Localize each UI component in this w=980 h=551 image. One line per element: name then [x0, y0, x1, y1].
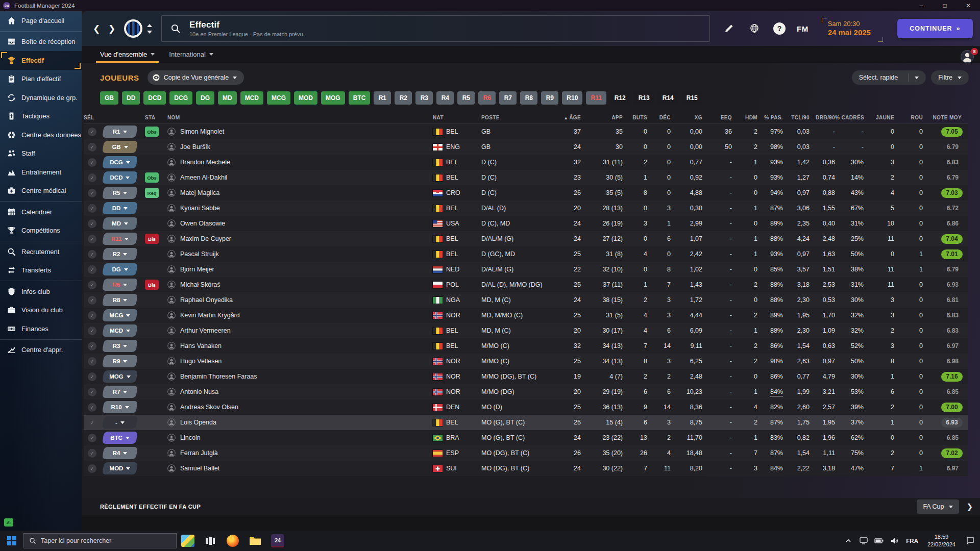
cell-badge[interactable]: R11 [103, 233, 145, 245]
position-chip-r4[interactable]: R4 [436, 91, 454, 105]
squad-number-badge[interactable]: R3 [103, 340, 137, 352]
cell-select[interactable]: ✓ [84, 327, 103, 335]
position-chip-r3[interactable]: R3 [415, 91, 433, 105]
maximize-button[interactable]: □ [933, 0, 957, 11]
sidebar-item-effectif[interactable]: 11Effectif [0, 51, 82, 70]
cell-badge[interactable]: R10 [103, 401, 145, 413]
task-view-icon[interactable] [199, 531, 222, 551]
sidebar-item-calendrier[interactable]: Calendrier [0, 203, 82, 221]
cell-name[interactable]: Hans Vanaken [167, 342, 433, 350]
squad-number-badge[interactable]: MOD [103, 462, 137, 474]
minimize-button[interactable]: – [910, 0, 933, 11]
column-header-nat[interactable]: NAT [433, 115, 481, 120]
cell-select[interactable]: ✓ [84, 311, 103, 320]
close-button[interactable]: ✕ [957, 0, 980, 11]
nav-forward-button[interactable]: ❯ [104, 21, 119, 36]
sidebar-item-dynamique-de-grp[interactable]: Dynamique de grp. [0, 88, 82, 107]
column-header-rou[interactable]: ROU [894, 115, 923, 120]
cell-name[interactable]: Andreas Skov Olsen [167, 403, 433, 411]
cell-select[interactable]: ✓ [84, 250, 103, 259]
cell-select[interactable]: ✓ [84, 265, 103, 274]
cell-select[interactable]: ✓ [84, 296, 103, 305]
fm24-taskbar-icon[interactable]: 24 [266, 531, 289, 551]
club-crest[interactable] [124, 19, 143, 38]
taskbar-clock[interactable]: 18:59 22/02/2024 [922, 533, 961, 548]
select-checkbox[interactable]: ✓ [88, 250, 96, 259]
cell-select[interactable]: ✓ [84, 158, 103, 167]
help-icon[interactable]: ? [773, 22, 786, 35]
cell-select[interactable]: ✓ [84, 449, 103, 458]
cell-badge[interactable]: R4 [103, 447, 145, 459]
competition-dropdown[interactable]: FA Cup [917, 499, 959, 514]
squad-number-badge[interactable]: R10 [103, 401, 137, 413]
cell-badge[interactable]: R3 [103, 340, 145, 352]
nav-back-button[interactable]: ❮ [89, 21, 104, 36]
cell-name[interactable]: Benjamin Thoresen Faraas [167, 372, 433, 381]
cell-badge[interactable]: MCG [103, 309, 145, 321]
cell-name[interactable]: Kevin Martin Krygård [167, 311, 433, 319]
cell-select[interactable]: ✓ [84, 464, 103, 473]
sidebar-item-centre-d-appr[interactable]: Centre d'appr. [0, 341, 82, 360]
cell-name[interactable]: Raphael Onyedika [167, 296, 433, 304]
cell-name[interactable]: Kyriani Sabbe [167, 204, 433, 212]
position-chip-r6[interactable]: R6 [478, 91, 496, 105]
cell-name[interactable]: Pascal Struijk [167, 250, 433, 258]
player-row-pascal-struijk[interactable]: ✓R2Pascal StruijkBELD (GC), MD2531 (8)40… [84, 246, 968, 262]
cell-name[interactable]: Joe Buršík [167, 143, 433, 151]
cell-select[interactable]: ✓ [84, 128, 103, 136]
select-checkbox[interactable]: ✓ [88, 311, 96, 320]
cell-select[interactable]: ✓ [84, 219, 103, 228]
cell-name[interactable]: Maxim De Cuyper [167, 235, 433, 243]
player-row-ameen-al-dakhil[interactable]: ✓DCDObsAmeen Al-DakhilBELD (C)2330 (5)10… [84, 170, 968, 185]
player-row-arthur-vermeeren[interactable]: ✓MCDArthur VermeerenBELMD, M (C)2030 (17… [84, 323, 968, 338]
notification-badge[interactable]: 8 [971, 48, 978, 55]
position-chip-r15[interactable]: R15 [682, 91, 702, 105]
sidebar-item-infos-club[interactable]: Infos club [0, 282, 82, 301]
fm-logo[interactable]: FM [797, 24, 808, 33]
position-chip-r8[interactable]: R8 [520, 91, 537, 105]
position-chip-r1[interactable]: R1 [374, 91, 391, 105]
continue-button[interactable]: CONTINUER» [897, 19, 973, 38]
sidebar-item-vision-du-club[interactable]: Vision du club [0, 301, 82, 320]
select-checkbox[interactable]: ✓ [88, 372, 96, 381]
cell-badge[interactable]: MOD [103, 462, 145, 474]
tray-chevron-up-icon[interactable] [841, 531, 856, 551]
player-row-benjamin-thoresen-faraas[interactable]: ✓MOGBenjamin Thoresen FaraasNORM/MO (DG)… [84, 369, 968, 384]
column-header-jaune[interactable]: JAUNE [864, 115, 894, 120]
sidebar-item-centre-medical[interactable]: Centre médical [0, 182, 82, 201]
position-chip-dcd[interactable]: DCD [143, 91, 166, 105]
player-row-brandon-mechele[interactable]: ✓DCGBrandon MecheleBELD (C)3231 (11)200,… [84, 155, 968, 170]
squad-number-badge[interactable]: MD [103, 217, 137, 230]
cell-name[interactable]: Brandon Mechele [167, 158, 433, 166]
sidebar-item-boite-de-reception[interactable]: Boîte de réception [0, 33, 82, 52]
position-chip-mog[interactable]: MOG [321, 91, 345, 105]
column-header-nom[interactable]: NOM [167, 115, 433, 120]
select-checkbox[interactable]: ✓ [88, 296, 96, 305]
cell-badge[interactable]: R7 [103, 386, 145, 398]
position-chip-r13[interactable]: R13 [634, 91, 654, 105]
player-row-kevin-martin-krygard[interactable]: ✓MCGKevin Martin KrygårdNORMD, M/MO (C)2… [84, 308, 968, 323]
select-checkbox[interactable]: ✓ [88, 449, 96, 458]
cell-badge[interactable]: MOG [103, 370, 145, 383]
filter-button[interactable]: Filtre [931, 70, 969, 85]
sidebar-item-finances[interactable]: Finances [0, 319, 82, 338]
select-checkbox[interactable]: ✓ [88, 357, 96, 366]
squad-number-badge[interactable]: - [103, 416, 137, 429]
squad-number-badge[interactable]: DCG [103, 156, 137, 168]
player-row-andreas-skov-olsen[interactable]: ✓R10Andreas Skov OlsenDENMO (D)2536 (13)… [84, 399, 968, 415]
sidebar-item-tactiques[interactable]: Tactiques [0, 107, 82, 126]
cell-select[interactable]: ✓ [84, 235, 103, 243]
tab-international[interactable]: International [162, 46, 220, 63]
action-center-icon[interactable] [961, 531, 980, 551]
position-chip-mcd[interactable]: MCD [240, 91, 263, 105]
sidebar-item-plan-d-effectif[interactable]: Plan d'effectif [0, 70, 82, 89]
player-row-kyriani-sabbe[interactable]: ✓DDKyriani SabbeBELD/AL (D)2028 (13)030,… [84, 201, 968, 216]
sidebar-item-recrutement[interactable]: Recrutement [0, 242, 82, 261]
cell-badge[interactable]: DD [103, 202, 145, 214]
cell-badge[interactable]: GB [103, 141, 145, 153]
cell-name[interactable]: Lincoln [167, 434, 433, 442]
sidebar-item-page-d-accueil[interactable]: Page d'accueil [0, 11, 82, 30]
edit-pencil-icon[interactable] [722, 22, 736, 35]
cell-name[interactable]: Michał Skóraś [167, 281, 433, 289]
select-checkbox[interactable]: ✓ [88, 158, 96, 167]
